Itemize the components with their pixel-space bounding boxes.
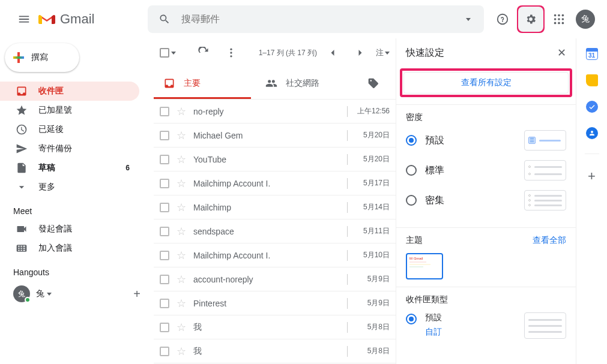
message-row[interactable]: ☆YouTube5月20日 [154, 148, 396, 172]
prev-page-button[interactable] [321, 41, 345, 65]
star-icon[interactable]: ☆ [177, 105, 186, 118]
star-icon[interactable]: ☆ [177, 321, 186, 334]
nav-inbox[interactable]: 收件匣 [0, 82, 139, 101]
message-row[interactable]: ☆Michael Gem5月20日 [154, 124, 396, 148]
message-row[interactable]: ☆Mailchimp5月14日 [154, 195, 396, 219]
tab-social[interactable]: 社交網路 [256, 67, 358, 99]
sender: Mailchimp Account I. [193, 179, 337, 188]
message-row[interactable]: ☆Mailchimp Account I.5月17日 [154, 172, 396, 195]
radio-icon[interactable] [406, 314, 417, 324]
account-avatar[interactable]: 兔 [576, 10, 595, 29]
radio-icon[interactable] [406, 165, 417, 176]
select-all-checkbox[interactable] [160, 48, 176, 58]
star-icon[interactable]: ☆ [177, 153, 186, 166]
radio-icon[interactable] [406, 135, 417, 146]
row-checkbox[interactable] [160, 107, 169, 116]
message-row[interactable]: ☆我5月8日 [154, 315, 396, 339]
input-tools-button[interactable]: 注 [376, 47, 390, 58]
message-row[interactable]: ☆我5月8日 [154, 339, 396, 363]
star-icon[interactable]: ☆ [177, 249, 186, 262]
tab-promotions[interactable] [358, 67, 389, 99]
message-row[interactable]: ☆Pinterest5月9日 [154, 291, 396, 315]
see-all-settings-button[interactable]: 查看所有設定 [403, 72, 569, 94]
row-checkbox[interactable] [160, 275, 169, 284]
nav-drafts[interactable]: 草稿 6 [0, 158, 139, 178]
hangouts-avatar: 兔 [13, 285, 30, 302]
row-checkbox[interactable] [160, 227, 169, 236]
star-icon[interactable]: ☆ [177, 201, 186, 214]
row-checkbox[interactable] [160, 131, 169, 140]
search-options-button[interactable] [455, 7, 479, 31]
star-icon[interactable]: ☆ [177, 129, 186, 142]
next-page-button[interactable] [348, 41, 372, 65]
sender: sendspace [193, 227, 337, 236]
nav-snoozed[interactable]: 已延後 [0, 120, 139, 139]
row-checkbox[interactable] [160, 155, 169, 164]
search-bar[interactable] [148, 5, 484, 33]
add-contact-button[interactable]: + [133, 287, 140, 301]
row-checkbox[interactable] [160, 251, 169, 260]
row-checkbox[interactable] [160, 347, 169, 356]
message-row[interactable]: ☆no-reply上午12:56 [154, 100, 396, 124]
meet-new[interactable]: 發起會議 [0, 219, 139, 239]
support-button[interactable] [491, 7, 515, 31]
search-input[interactable] [177, 14, 455, 25]
density-default-row[interactable]: 預設 ☰ [406, 130, 566, 151]
theme-thumb-default[interactable]: M Gmail [406, 253, 443, 279]
tab-label: 社交網路 [286, 78, 319, 89]
nav-starred[interactable]: 已加星號 [0, 101, 139, 120]
meet-join[interactable]: 加入會議 [0, 239, 139, 258]
star-icon[interactable]: ☆ [177, 177, 186, 190]
close-button[interactable]: ✕ [557, 46, 566, 59]
chevron-down-icon[interactable] [47, 293, 52, 296]
density-compact-row[interactable]: 密集 [406, 190, 566, 210]
star-icon[interactable]: ☆ [177, 345, 186, 358]
star-icon[interactable]: ☆ [177, 297, 186, 310]
nav-more[interactable]: 更多 [0, 178, 139, 197]
apps-grid-button[interactable] [547, 7, 571, 31]
inboxtype-thumb[interactable] [524, 312, 566, 339]
sender: account-noreply [193, 275, 337, 284]
tab-primary[interactable]: 主要 [154, 67, 256, 99]
compose-button[interactable]: 撰寫 [5, 43, 79, 72]
message-row[interactable]: ☆account-noreply5月9日 [154, 267, 396, 291]
gmail-logo[interactable]: Gmail [38, 11, 94, 27]
inboxtype-custom-link[interactable]: 自訂 [425, 327, 442, 338]
star-icon[interactable]: ☆ [177, 225, 186, 238]
density-thumb-default[interactable]: ☰ [524, 130, 566, 151]
hangouts-user-row[interactable]: 兔 兔 + [0, 281, 149, 302]
contacts-addon-button[interactable] [586, 127, 598, 139]
range-text: 1–17 列 (共 17 列) [259, 48, 317, 58]
density-standard-row[interactable]: 標準 [406, 160, 566, 181]
message-row[interactable]: ☆sendspace5月11日 [154, 219, 396, 243]
divider [347, 274, 348, 285]
row-checkbox[interactable] [160, 323, 169, 332]
star-icon[interactable]: ☆ [177, 273, 186, 286]
main-menu-button[interactable] [12, 7, 36, 31]
nav-sent[interactable]: 寄件備份 [0, 139, 139, 158]
refresh-button[interactable] [192, 41, 216, 65]
nav-label: 發起會議 [38, 224, 130, 234]
row-checkbox[interactable] [160, 203, 169, 212]
more-actions-button[interactable] [219, 41, 243, 65]
date: 5月11日 [357, 226, 390, 236]
tasks-addon-button[interactable] [586, 101, 598, 113]
search-icon[interactable] [153, 7, 177, 31]
get-addons-button[interactable]: + [588, 169, 596, 184]
date: 上午12:56 [357, 106, 390, 116]
row-checkbox[interactable] [160, 299, 169, 308]
calendar-addon-button[interactable]: 31 [586, 48, 598, 60]
density-thumb-standard[interactable] [524, 160, 566, 181]
svg-point-10 [230, 52, 232, 53]
radio-icon[interactable] [406, 195, 417, 206]
message-row[interactable]: ☆Mailchimp Account I.5月10日 [154, 243, 396, 267]
settings-button[interactable] [518, 7, 543, 32]
header-left: Gmail [5, 7, 148, 31]
keep-addon-button[interactable] [586, 74, 598, 86]
inboxtype-default-row[interactable]: 預設 自訂 [406, 312, 566, 339]
plus-icon [13, 52, 24, 63]
density-thumb-compact[interactable] [524, 190, 566, 210]
hangouts-user-name: 兔 [36, 288, 44, 299]
row-checkbox[interactable] [160, 179, 169, 188]
theme-view-all-link[interactable]: 查看全部 [533, 235, 566, 246]
